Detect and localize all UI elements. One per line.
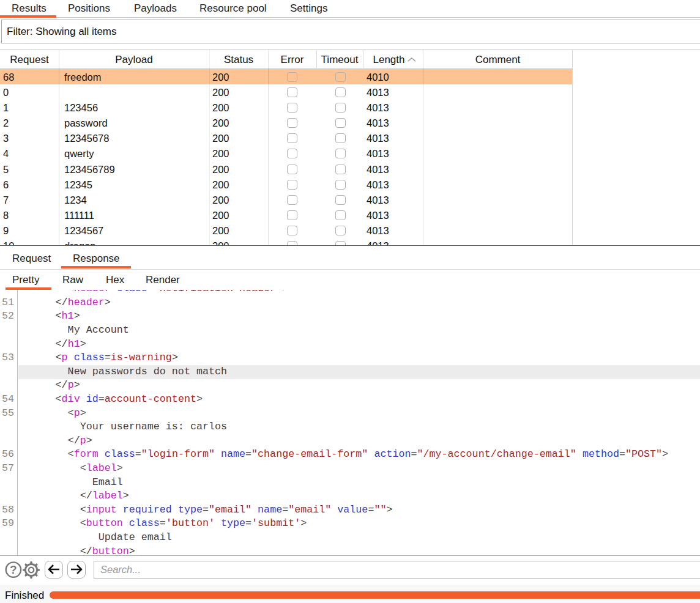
- svg-text:?: ?: [10, 563, 17, 576]
